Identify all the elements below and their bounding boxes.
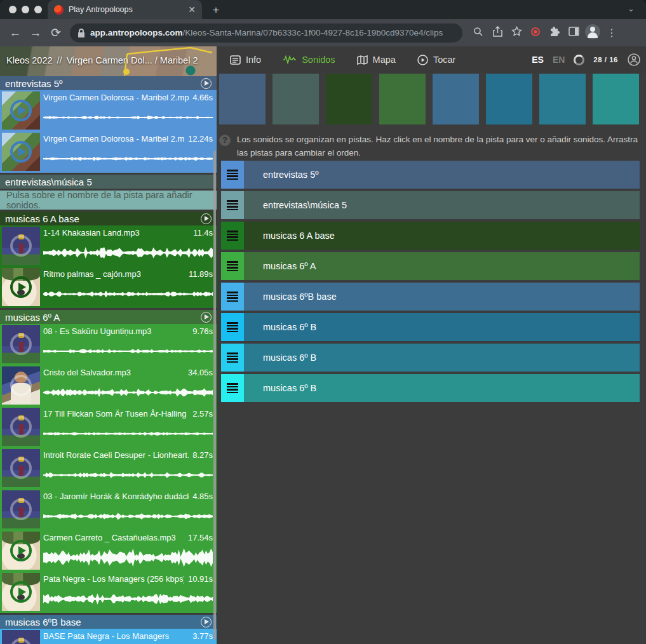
side-panel-icon[interactable] — [564, 27, 583, 39]
track-name[interactable]: musicas 6ºB base — [244, 283, 640, 311]
clip-waveform[interactable] — [43, 380, 213, 405]
tab-info[interactable]: Info — [224, 46, 267, 73]
track-color-swatch[interactable] — [593, 74, 639, 124]
track-drag-handle[interactable] — [221, 374, 244, 402]
clip-waveform[interactable] — [43, 105, 213, 130]
track-row[interactable]: entrevistas\música 5 — [221, 191, 640, 219]
track-drag-handle[interactable] — [221, 191, 244, 219]
tab-close-icon[interactable]: ✕ — [188, 5, 196, 14]
bookmark-star-icon[interactable] — [507, 26, 526, 39]
section-play-icon[interactable] — [201, 312, 212, 323]
track-name[interactable]: musicas 6º A — [244, 252, 640, 280]
reload-button[interactable]: ⟳ — [46, 25, 66, 40]
zoom-page-icon[interactable] — [469, 27, 488, 39]
clip-item[interactable]: 03 - Jaromír Horák & Konrádyho dudácká .… — [0, 489, 217, 530]
breadcrumb-project[interactable]: Kleos 2022 — [6, 55, 53, 65]
balcony-thumbnail[interactable] — [2, 133, 40, 171]
clip-item[interactable]: Virgen Carmen Dolorosa - Maribel 2.mp3 1… — [0, 131, 217, 173]
section-title[interactable]: entrevistas 5º — [5, 78, 201, 89]
browser-tab[interactable]: Play Antropoloops ✕ — [48, 0, 202, 19]
clip-waveform[interactable] — [43, 339, 213, 363]
section-play-icon[interactable] — [201, 617, 212, 627]
tab-tocar[interactable]: Tocar — [411, 46, 462, 73]
track-drag-handle[interactable] — [221, 344, 244, 372]
clip-play-icon[interactable] — [10, 540, 32, 561]
clip-item[interactable]: Ritmo palmas _ cajón.mp3 11.89s — [0, 267, 217, 308]
clip-play-icon[interactable] — [10, 141, 32, 163]
track-row[interactable]: entrevistas 5º — [221, 161, 640, 189]
lang-es-button[interactable]: ES — [532, 55, 544, 65]
window-controls[interactable] — [9, 6, 42, 13]
clip-waveform[interactable] — [43, 422, 213, 446]
jesus-thumbnail[interactable] — [2, 366, 40, 405]
dog-thumbnail[interactable] — [2, 573, 40, 611]
clip-play-icon[interactable] — [10, 457, 32, 479]
clip-item[interactable]: Cristo del Salvador.mp3 34.05s — [0, 365, 217, 406]
track-name[interactable]: musicas 6º B — [244, 374, 640, 402]
track-drag-handle[interactable] — [221, 222, 244, 250]
section-header[interactable]: entrevistas\música 5 — [0, 175, 217, 189]
extensions-puzzle-icon[interactable] — [545, 26, 564, 39]
track-row[interactable]: musicas 6º B — [221, 313, 640, 341]
clip-item[interactable]: 1-14 Khakasian Land.mp3 11.4s — [0, 225, 217, 267]
breadcrumb-path[interactable]: Virgen Carmen Dol... / Maribel 2 — [67, 55, 198, 65]
track-name[interactable]: entrevistas\música 5 — [244, 191, 640, 219]
section-title[interactable]: musicas 6 A base — [5, 213, 201, 224]
browser-avatar[interactable] — [583, 24, 602, 42]
track-color-swatch[interactable] — [539, 74, 586, 124]
soccer-thumbnail[interactable] — [2, 227, 40, 265]
section-title[interactable]: musicas 6º A — [5, 312, 201, 323]
clip-waveform[interactable] — [43, 546, 213, 570]
section-header[interactable]: musicas 6 A base — [0, 211, 217, 225]
track-color-swatch[interactable] — [379, 74, 426, 124]
balcony-thumbnail[interactable] — [2, 91, 40, 130]
track-color-swatch[interactable] — [486, 74, 532, 124]
track-row[interactable]: musicas 6ºB base — [221, 283, 640, 311]
soccer-thumbnail[interactable] — [2, 490, 40, 528]
track-name[interactable]: musicas 6 A base — [244, 222, 640, 250]
clip-waveform[interactable] — [43, 147, 213, 171]
clip-waveform[interactable] — [43, 282, 213, 306]
clip-play-icon[interactable] — [10, 499, 32, 520]
soccer-thumbnail[interactable] — [2, 449, 40, 487]
track-drag-handle[interactable] — [221, 313, 244, 341]
section-header[interactable]: musicas 6ºB base — [0, 615, 217, 629]
address-bar[interactable]: app.antropoloops.com/Kleos-Santa-Marina/… — [70, 23, 462, 43]
clip-play-icon[interactable] — [10, 100, 32, 121]
clip-waveform[interactable] — [43, 587, 213, 611]
tab-search-chevron-icon[interactable]: ⌄ — [628, 4, 635, 13]
tab-sonidos[interactable]: Sonidos — [276, 46, 341, 73]
clip-play-icon[interactable] — [10, 375, 32, 396]
kebab-menu-icon[interactable]: ⋮ — [602, 27, 621, 39]
url-text[interactable]: app.antropoloops.com/Kleos-Santa-Marina/… — [90, 28, 443, 37]
clip-play-icon[interactable] — [10, 416, 32, 438]
clip-item[interactable]: 08 - Es Sakūru Uguntiņu.mp3 9.76s — [0, 324, 217, 365]
clip-play-icon[interactable] — [10, 333, 32, 355]
track-row[interactable]: musicas 6 A base — [221, 222, 640, 250]
track-color-swatch[interactable] — [219, 74, 266, 124]
zoom-window-button[interactable] — [34, 6, 42, 13]
track-row[interactable]: musicas 6º A — [221, 252, 640, 280]
track-name[interactable]: musicas 6º B — [244, 313, 640, 341]
back-button[interactable]: ← — [5, 26, 25, 40]
track-name[interactable]: entrevistas 5º — [244, 161, 640, 189]
section-header[interactable]: entrevistas 5º — [0, 76, 217, 90]
soccer-thumbnail[interactable] — [2, 630, 40, 644]
clip-play-icon[interactable] — [10, 235, 32, 257]
track-row[interactable]: musicas 6º B — [221, 374, 640, 402]
tab-mapa[interactable]: Mapa — [351, 46, 402, 73]
clip-item[interactable]: 17 Till Flickan Som Är Tusen År-Halling … — [0, 406, 217, 448]
share-icon[interactable] — [488, 26, 507, 39]
section-play-icon[interactable] — [201, 78, 212, 89]
breadcrumb[interactable]: Kleos 2022//Virgen Carmen Dol... / Marib… — [6, 55, 198, 65]
account-icon[interactable] — [627, 53, 641, 67]
clip-play-icon[interactable] — [10, 581, 32, 603]
track-name[interactable]: musicas 6º B — [244, 344, 640, 372]
soccer-thumbnail[interactable] — [2, 325, 40, 363]
lang-en-button[interactable]: EN — [553, 55, 565, 65]
section-title[interactable]: musicas 6ºB base — [5, 617, 201, 627]
clips-panel-scrollbar[interactable] — [213, 151, 216, 640]
minimize-window-button[interactable] — [22, 6, 29, 13]
track-drag-handle[interactable] — [221, 252, 244, 280]
clip-waveform[interactable] — [43, 504, 213, 528]
